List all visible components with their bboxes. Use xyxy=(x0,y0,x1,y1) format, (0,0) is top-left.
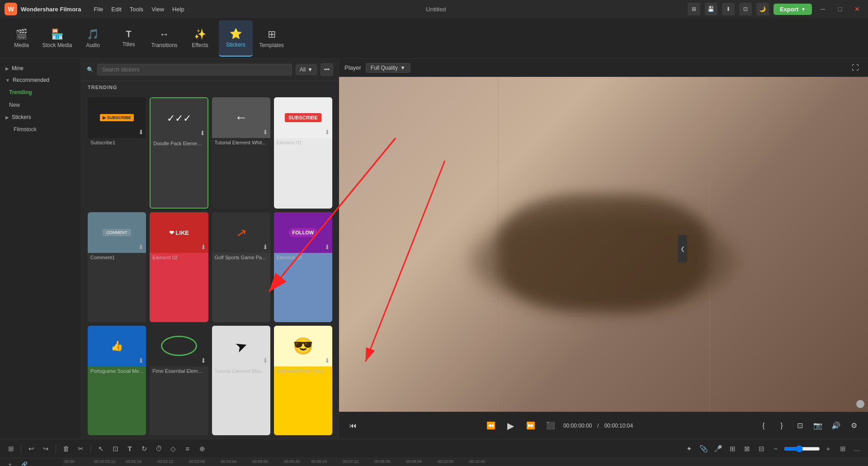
export-dropdown-icon[interactable]: ▼ xyxy=(801,7,806,12)
menu-edit[interactable]: Edit xyxy=(111,6,121,13)
sticker-doodle-pack[interactable]: ✓✓✓ ⬇ Doodle Pack Element 4 xyxy=(150,97,208,209)
lock-icon[interactable]: 🔗 xyxy=(18,458,31,466)
timeline-grid-icon[interactable]: ⊞ xyxy=(5,442,17,455)
select-tool[interactable]: ↖ xyxy=(94,442,107,455)
sticker-fimo[interactable]: ⬇ Fimo Essential Elemen... xyxy=(150,326,208,435)
delete-icon[interactable]: 🗑 xyxy=(60,442,72,455)
menu-file[interactable]: File xyxy=(94,6,103,13)
download-icon[interactable]: ⬇ xyxy=(201,243,206,251)
toolbar-stock-media[interactable]: 🏪 Stock Media xyxy=(40,20,74,57)
fit-icon[interactable]: ⊡ xyxy=(793,418,807,433)
menu-help[interactable]: Help xyxy=(172,6,184,13)
download-icon[interactable]: ⬇ xyxy=(138,357,144,364)
thumbsup-icon: 👍 xyxy=(111,340,123,352)
undo-icon[interactable]: ↩ xyxy=(25,442,38,455)
more-options-icon[interactable]: … xyxy=(851,442,863,455)
minimize-button[interactable]: ─ xyxy=(816,3,829,15)
stop-button[interactable]: ⬛ xyxy=(543,418,558,433)
zoom-out-icon[interactable]: − xyxy=(769,442,782,455)
download-icon[interactable]: ⬇ xyxy=(138,128,144,136)
download-icon[interactable]: ⬇ xyxy=(325,357,330,364)
export-button[interactable]: Export ▼ xyxy=(774,4,812,15)
menu-tools[interactable]: Tools xyxy=(130,6,143,13)
toolbar-templates[interactable]: ⊞ Templates xyxy=(255,20,288,57)
sidebar-item-filmstock[interactable]: Filmstock xyxy=(0,123,81,136)
toolbar-transitions[interactable]: ↔ Transitions xyxy=(147,20,181,57)
download-icon[interactable]: ⬇ xyxy=(200,129,205,137)
color-tool[interactable]: ◇ xyxy=(167,442,179,455)
close-button[interactable]: ✕ xyxy=(851,3,863,15)
sidebar-item-new[interactable]: New xyxy=(0,99,81,111)
mic-icon[interactable]: 🎤 xyxy=(712,442,724,455)
download-icon[interactable]: ⬇ xyxy=(138,243,144,251)
download-icon[interactable]: ⬇ xyxy=(263,128,268,136)
trim-tool[interactable]: ⊡ xyxy=(109,442,122,455)
grid-icon[interactable]: ⊡ xyxy=(739,3,752,15)
fullscreen-icon[interactable]: ⛶ xyxy=(848,61,863,75)
quality-selector[interactable]: Full Quality ▼ xyxy=(366,63,410,73)
download-icon[interactable]: ⬇ xyxy=(722,3,735,15)
filter-dropdown[interactable]: All ▼ xyxy=(296,64,317,75)
sticker-tutorial-white[interactable]: ← ⬇ Tutorial Element Whit... xyxy=(212,97,270,209)
mark-in-icon[interactable]: { xyxy=(756,418,771,433)
sidebar-item-trending[interactable]: Trending xyxy=(0,86,81,99)
settings-icon[interactable]: ⚙ xyxy=(847,418,861,433)
section-mine[interactable]: ▶ Mine xyxy=(0,62,81,74)
player-scrubber-dot[interactable] xyxy=(856,400,864,408)
rotate-tool[interactable]: ↻ xyxy=(138,442,151,455)
toolbar-stickers[interactable]: ⭐ Stickers xyxy=(219,20,253,57)
sticker-comment1[interactable]: COMMENT ⬇ Comment1 xyxy=(88,212,146,322)
download-icon[interactable]: ⬇ xyxy=(263,357,268,364)
toolbar-titles[interactable]: T Titles xyxy=(112,20,146,57)
play-button[interactable]: ▶ xyxy=(504,418,518,433)
toolbar-effects[interactable]: ✨ Effects xyxy=(183,20,217,57)
sticker-portuguese[interactable]: 👍 ⬇ Portuguese Social Me... xyxy=(88,326,146,435)
zoom-slider[interactable] xyxy=(784,445,820,452)
sticker-element01[interactable]: SUBSCRIBE ⬇ Element 01 xyxy=(274,97,332,209)
step-back-button[interactable]: ⏪ xyxy=(484,418,498,433)
redo-icon[interactable]: ↪ xyxy=(39,442,52,455)
zoom-in-icon[interactable]: + xyxy=(822,442,835,455)
toolbar-audio[interactable]: 🎵 Audio xyxy=(76,20,110,57)
add-track-icon[interactable]: + xyxy=(4,458,16,466)
section-stickers[interactable]: ▶ Stickers xyxy=(0,111,81,123)
magic-tool[interactable]: ✦ xyxy=(683,442,695,455)
download-icon[interactable]: ⬇ xyxy=(325,243,330,251)
sticker-subscribe1[interactable]: ▶ SUBSCRIBE ⬇ Subscribe1 xyxy=(88,97,146,209)
clip-icon[interactable]: 📎 xyxy=(697,442,710,455)
step-forward-button[interactable]: ⏩ xyxy=(524,418,538,433)
more-tool-1[interactable]: ⊞ xyxy=(726,442,739,455)
more-tool-2[interactable]: ⊠ xyxy=(741,442,753,455)
zoom-range[interactable] xyxy=(784,445,820,452)
theme-icon[interactable]: 🌙 xyxy=(756,3,769,15)
panel-collapse-button[interactable]: ❮ xyxy=(678,235,687,262)
effects-tool[interactable]: ⊕ xyxy=(196,442,208,455)
sticker-element02[interactable]: ❤ LIKE ⬇ Element 02 xyxy=(150,212,208,322)
layout-icon[interactable]: ⊞ xyxy=(688,3,700,15)
timeline-track-labels: + 🔗 3 ⭐ 🔗 🔊 👁 2 ✨ 🔗 🔊 👁 xyxy=(0,458,63,466)
download-icon[interactable]: ⬇ xyxy=(325,128,330,136)
cut-icon[interactable]: ✂ xyxy=(74,442,87,455)
download-icon[interactable]: ⬇ xyxy=(201,357,206,364)
menu-view[interactable]: View xyxy=(151,6,164,13)
search-input[interactable] xyxy=(97,64,292,76)
sticker-golf-sports[interactable]: ↗ ⬇ Golf Sports Game Pac... xyxy=(212,212,270,322)
text-tool[interactable]: T xyxy=(123,442,136,455)
view-mode-icon[interactable]: ⊞ xyxy=(836,442,849,455)
screenshot-icon[interactable]: 📷 xyxy=(811,418,825,433)
more-options-button[interactable]: ••• xyxy=(321,63,333,76)
split-tool[interactable]: ⊟ xyxy=(755,442,768,455)
sticker-element20[interactable]: FOLLOW ⬇ Element 20 xyxy=(274,212,332,322)
skip-back-icon[interactable]: ⏮ xyxy=(346,418,360,433)
sticker-animated-emoji[interactable]: 😎 ⬇ Animated Emoji Pack ... xyxy=(274,326,332,435)
section-recommended[interactable]: ▼ Recommended xyxy=(0,74,81,86)
audio-tool[interactable]: ≡ xyxy=(181,442,194,455)
mark-out-icon[interactable]: } xyxy=(774,418,789,433)
maximize-button[interactable]: □ xyxy=(834,3,846,15)
toolbar-media[interactable]: 🎬 Media xyxy=(5,20,38,57)
audio-icon[interactable]: 🔊 xyxy=(829,418,843,433)
save-cloud-icon[interactable]: 💾 xyxy=(705,3,717,15)
clock-tool[interactable]: ⏱ xyxy=(152,442,165,455)
download-icon[interactable]: ⬇ xyxy=(263,243,268,251)
sticker-tutorial-black[interactable]: ➤ ⬇ Tutorial Element Black 3 xyxy=(212,326,270,435)
